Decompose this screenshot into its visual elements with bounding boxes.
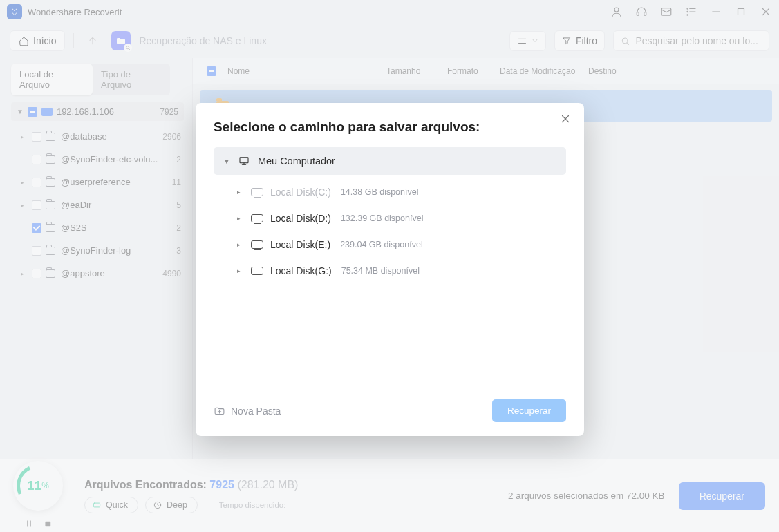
disk-icon: [251, 240, 263, 249]
modal-close-button[interactable]: [559, 113, 572, 128]
save-path-modal: Selecione o caminho para salvar arquivos…: [196, 103, 584, 436]
caret-icon: ▸: [237, 189, 244, 196]
computer-icon: [237, 155, 251, 167]
disk-icon: [251, 214, 263, 222]
modal-title: Selecione o caminho para salvar arquivos…: [196, 120, 584, 147]
caret-icon: ▸: [237, 241, 244, 248]
dest-disk[interactable]: ▸Local Disk(D:)132.39 GB disponível: [214, 205, 566, 231]
disk-icon: [251, 267, 263, 275]
dest-disk[interactable]: ▸Local Disk(E:)239.04 GB disponível: [214, 231, 566, 258]
svg-rect-28: [240, 158, 248, 163]
new-folder-label: Nova Pasta: [231, 406, 281, 417]
dest-disk-available: 132.39 GB disponível: [341, 213, 424, 223]
dest-disk-available: 14.38 GB disponível: [341, 187, 419, 197]
new-folder-button[interactable]: Nova Pasta: [214, 405, 281, 417]
caret-icon: ▸: [237, 215, 244, 222]
dest-disk-label: Local Disk(E:): [270, 239, 330, 250]
dest-disk-available: 239.04 GB disponível: [340, 240, 423, 249]
dest-disk: ▸Local Disk(C:)14.38 GB disponível: [214, 179, 566, 205]
dest-disk[interactable]: ▸Local Disk(G:)75.34 MB disponível: [214, 258, 566, 284]
dest-root[interactable]: ▼ Meu Computador: [214, 147, 566, 175]
caret-icon: ▼: [223, 158, 230, 165]
disk-icon: [251, 188, 263, 196]
dest-disk-available: 75.34 MB disponível: [341, 266, 420, 276]
dest-disk-label: Local Disk(G:): [270, 265, 332, 276]
dest-disk-label: Local Disk(C:): [270, 187, 331, 198]
modal-recover-button[interactable]: Recuperar: [492, 399, 566, 422]
dest-disk-label: Local Disk(D:): [270, 213, 331, 224]
caret-icon: ▸: [237, 267, 244, 274]
dest-root-label: Meu Computador: [258, 155, 335, 167]
